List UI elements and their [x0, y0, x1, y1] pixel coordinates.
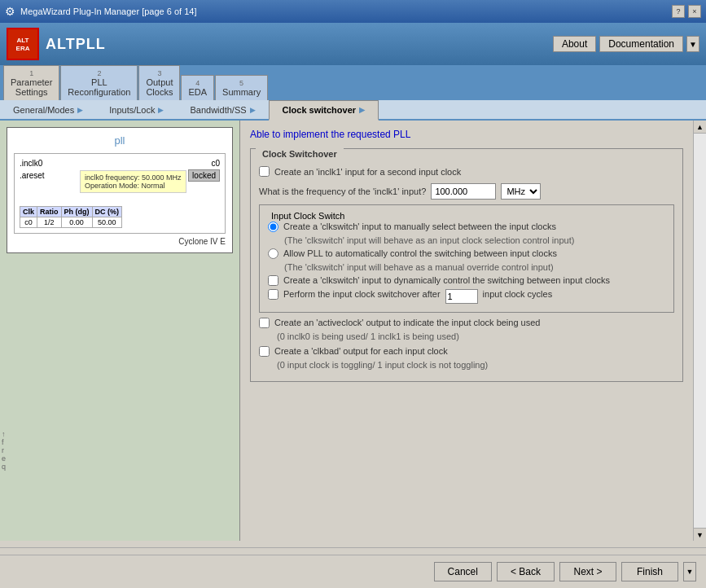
- cell-dc: 50.00: [92, 217, 122, 228]
- logo-icon: ALT ERA: [7, 28, 39, 60]
- radio-manual-label: Create a 'clkswitch' input to manually s…: [283, 222, 556, 231]
- activeclock-row: Create an 'activeclock' output to indica…: [259, 318, 674, 328]
- scroll-right[interactable]: ▼: [683, 562, 696, 581]
- header-area: ALT ERA ALTPLL About Documentation ▼: [0, 23, 706, 65]
- col-ratio: Ratio: [37, 207, 62, 217]
- left-panel: pll .inclk0 c0 .areset locked inclk0 fre…: [0, 121, 240, 541]
- create-inclk1-label: Create an 'inclk1' input for a second in…: [274, 167, 461, 177]
- checkbox-cycles[interactable]: [268, 289, 278, 300]
- checkbox-cycles-label: Perform the input clock switchover after: [283, 289, 441, 299]
- header-buttons: About Documentation ▼: [553, 36, 699, 52]
- radio-auto-subtext: (The 'clkswitch' input will behave as a …: [284, 262, 665, 272]
- footer-separator: [0, 547, 706, 548]
- clock-switchover-group: Clock Switchover Create an 'inclk1' inpu…: [250, 148, 683, 382]
- tab-parameter-settings[interactable]: 1 Parameter Settings: [3, 65, 59, 100]
- activeclock-subtext: (0 inclk0 is being used/ 1 inclk1 is bei…: [277, 331, 674, 341]
- pll-title: pll: [14, 134, 226, 147]
- svg-text:ALT: ALT: [17, 37, 29, 44]
- clkbad-checkbox[interactable]: [259, 346, 270, 357]
- svg-rect-0: [8, 29, 37, 59]
- input-clock-switch-group: Input Clock Switch Create a 'clkswitch' …: [259, 204, 674, 313]
- locked-label: locked: [188, 169, 220, 182]
- scrollbar: ▲ ▼: [693, 121, 706, 541]
- clock-switchover-title: Clock Switchover: [256, 147, 344, 160]
- table-row: c0 1/2 0.00 50.00: [20, 217, 122, 228]
- cycles-suffix: input clock cycles: [483, 289, 553, 299]
- cancel-button[interactable]: Cancel: [434, 562, 492, 581]
- close-button[interactable]: ×: [688, 5, 701, 18]
- subtab-arrow-2: ▶: [158, 106, 164, 114]
- subtab-arrow-4: ▶: [359, 106, 365, 114]
- cyclone-label: Cyclone IV E: [14, 237, 226, 246]
- subtab-inputs-lock[interactable]: Inputs/Lock ▶: [96, 101, 177, 119]
- frequency-input[interactable]: [431, 183, 496, 200]
- c0-label: c0: [211, 159, 220, 168]
- scroll-arrow[interactable]: ▼: [686, 36, 699, 52]
- col-ph: Ph (dg): [61, 207, 92, 217]
- scroll-down[interactable]: ▼: [694, 528, 706, 541]
- mode-info: Operation Mode: Normal: [85, 182, 182, 190]
- pll-diagram: pll .inclk0 c0 .areset locked inclk0 fre…: [7, 127, 233, 253]
- bottom-checkbox-section: Create an 'activeclock' output to indica…: [259, 318, 674, 370]
- areset-label: .areset: [20, 171, 45, 180]
- checkbox-dynamic[interactable]: [268, 275, 278, 286]
- subtab-general-modes[interactable]: General/Modes ▶: [0, 101, 96, 119]
- scroll-track: [694, 134, 706, 528]
- logo-text: ALTPLL: [46, 36, 106, 53]
- radio-manual-subtext: (The 'clkswitch' input will behave as an…: [284, 235, 665, 245]
- radio-option-4: Perform the input clock switchover after…: [268, 289, 665, 304]
- col-clk: Clk: [20, 207, 37, 217]
- content-area: pll .inclk0 c0 .areset locked inclk0 fre…: [0, 121, 706, 541]
- subtab-bandwidth-ss[interactable]: Bandwidth/SS ▶: [177, 101, 268, 119]
- clkbad-row: Create a 'clkbad' output for each input …: [259, 346, 674, 357]
- radio-auto[interactable]: [268, 248, 278, 259]
- radio-option-3: Create a 'clkswitch' input to dynamicall…: [268, 275, 665, 286]
- sub-tab-navigation: General/Modes ▶ Inputs/Lock ▶ Bandwidth/…: [0, 100, 706, 121]
- radio-auto-label: Allow PLL to automatically control the s…: [283, 248, 557, 258]
- scroll-up[interactable]: ▲: [694, 121, 706, 134]
- main-window: ALT ERA ALTPLL About Documentation ▼ 1 P…: [0, 23, 706, 588]
- title-bar-controls: ? ×: [672, 5, 701, 18]
- activeclock-label: Create an 'activeclock' output to indica…: [274, 318, 540, 327]
- cell-clk: c0: [20, 217, 37, 228]
- frequency-label: What is the frequency of the 'inclk1' in…: [259, 186, 426, 196]
- input-clock-switch-title: Input Clock Switch: [268, 211, 348, 221]
- pll-info-box: inclk0 frequency: 50.000 MHz Operation M…: [80, 170, 186, 193]
- cell-ratio: 1/2: [37, 217, 62, 228]
- activeclock-checkbox[interactable]: [259, 318, 270, 328]
- status-text: Able to implement the requested PLL: [250, 129, 683, 140]
- radio-option-1: Create a 'clkswitch' input to manually s…: [268, 222, 665, 232]
- tab-summary[interactable]: 5 Summary: [215, 75, 268, 100]
- subtab-clock-switchover[interactable]: Clock switchover ▶: [269, 100, 379, 121]
- title-bar-text: MegaWizard Plug-In Manager [page 6 of 14…: [20, 7, 196, 16]
- next-button[interactable]: Next >: [559, 562, 616, 581]
- back-button[interactable]: < Back: [497, 562, 555, 581]
- svg-text:ERA: ERA: [16, 45, 30, 52]
- help-button[interactable]: ?: [672, 5, 685, 18]
- cell-ph: 0.00: [61, 217, 92, 228]
- clkbad-label: Create a 'clkbad' output for each input …: [274, 346, 448, 356]
- create-inclk1-checkbox[interactable]: [259, 166, 270, 177]
- title-bar: ⚙ MegaWizard Plug-In Manager [page 6 of …: [0, 0, 706, 23]
- tab-eda[interactable]: 4 EDA: [181, 75, 214, 100]
- clkbad-subtext: (0 input clock is toggling/ 1 input cloc…: [277, 360, 674, 370]
- inclk0-label: .inclk0: [20, 159, 42, 168]
- radio-manual[interactable]: [268, 222, 278, 232]
- tab-output-clocks[interactable]: 3 Output Clocks: [138, 65, 180, 100]
- freq-info: inclk0 frequency: 50.000 MHz: [85, 173, 182, 182]
- logo-area: ALT ERA ALTPLL: [7, 28, 106, 60]
- col-dc: DC (%): [92, 207, 122, 217]
- app-icon: ⚙: [5, 5, 15, 18]
- create-inclk1-row: Create an 'inclk1' input for a second in…: [259, 166, 674, 177]
- checkbox-dynamic-label: Create a 'clkswitch' input to dynamicall…: [283, 275, 610, 285]
- frequency-row: What is the frequency of the 'inclk1' in…: [259, 183, 674, 200]
- subtab-arrow-3: ▶: [250, 106, 256, 114]
- documentation-button[interactable]: Documentation: [599, 36, 683, 52]
- side-labels: ↑ f r e q: [2, 430, 6, 471]
- frequency-unit-select[interactable]: MHz KHz: [501, 183, 541, 200]
- about-button[interactable]: About: [553, 36, 596, 52]
- finish-button[interactable]: Finish: [621, 562, 678, 581]
- cycles-input[interactable]: [445, 289, 478, 304]
- tab-pll-reconfiguration[interactable]: 2 PLL Reconfiguration: [60, 65, 138, 100]
- pll-inner: .inclk0 c0 .areset locked inclk0 frequen…: [14, 153, 226, 234]
